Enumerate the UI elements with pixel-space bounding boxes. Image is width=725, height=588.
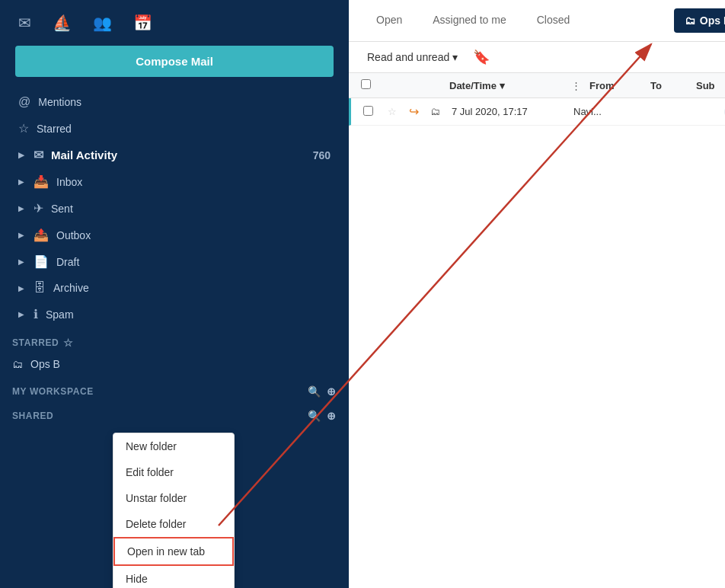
chevron-down-icon: ▾: [452, 51, 458, 63]
mail-activity-icon: ✉: [34, 148, 43, 162]
draft-icon: 📄: [34, 254, 49, 269]
archive-icon: 🗄: [34, 281, 46, 295]
starred-section-label: STARRED: [12, 337, 59, 348]
row-datetime: 7 Jul 2020, 17:17: [452, 106, 573, 117]
sort-icon: ▾: [500, 80, 505, 91]
sidebar-item-inbox[interactable]: ▶ 📥 Inbox: [6, 168, 343, 195]
draft-label: Draft: [56, 256, 79, 268]
sent-icon: ✈: [34, 201, 43, 216]
datetime-label: Date/Time: [449, 80, 497, 91]
starred-section: STARRED ☆: [0, 328, 349, 352]
starred-ops-b[interactable]: 🗂 Ops B: [0, 352, 349, 376]
tab-assigned-to-me[interactable]: Assigned to me: [417, 0, 522, 41]
sidebar-item-draft[interactable]: ▶ 📄 Draft: [6, 248, 343, 275]
expander-icon[interactable]: ▶: [18, 310, 24, 318]
outbox-icon: 📤: [34, 228, 49, 242]
sidebar-item-spam[interactable]: ▶ ℹ Spam: [6, 301, 343, 328]
table-row[interactable]: ☆ ↪ 🗂 7 Jul 2020, 17:17 Navi... 3: [349, 98, 725, 126]
compose-mail-button[interactable]: Compose Mail: [15, 46, 334, 77]
mail-nav-icon[interactable]: ✉: [18, 14, 31, 32]
row-from: Navi...: [573, 106, 634, 117]
ops-b-button[interactable]: 🗂 Ops B: [674, 8, 725, 33]
mentions-icon: @: [18, 95, 30, 109]
row-arrow-col: ↪: [409, 104, 430, 119]
header-datetime[interactable]: Date/Time ▾: [449, 80, 571, 91]
folder-icon: 🗂: [685, 14, 695, 27]
sidebar-item-mail-activity[interactable]: ▶ ✉ Mail Activity 760: [6, 142, 343, 168]
context-menu-new-folder[interactable]: New folder: [113, 433, 234, 459]
select-all-checkbox[interactable]: [361, 79, 371, 89]
expander-icon[interactable]: ▶: [18, 257, 24, 266]
sidebar-menu: @ Mentions ☆ Starred ▶ ✉ Mail Activity 7…: [0, 89, 349, 328]
inbox-icon: 📥: [34, 174, 49, 189]
sidebar-item-mentions[interactable]: @ Mentions: [6, 89, 343, 115]
row-check-col: [363, 106, 388, 118]
sidebar-item-sent[interactable]: ▶ ✈ Sent: [6, 195, 343, 222]
sailboat-nav-icon[interactable]: ⛵: [53, 14, 72, 32]
search-icon[interactable]: 🔍: [308, 385, 321, 398]
calendar-nav-icon[interactable]: 📅: [133, 14, 152, 32]
mentions-label: Mentions: [38, 96, 81, 108]
shared-actions: 🔍 ⊕: [308, 410, 337, 422]
context-menu: New folder Edit folder Unstar folder Del…: [113, 433, 235, 588]
context-menu-open-in-new-tab[interactable]: Open in new tab: [113, 537, 234, 566]
starred-section-star-icon[interactable]: ☆: [63, 337, 74, 349]
ops-b-button-label: Ops B: [700, 14, 725, 27]
header-to: To: [650, 80, 696, 91]
filter-label: Read and unread: [367, 51, 449, 63]
add-icon[interactable]: ⊕: [327, 385, 337, 398]
sidebar-item-archive[interactable]: ▶ 🗄 Archive: [6, 275, 343, 301]
sent-label: Sent: [51, 203, 73, 215]
ops-b-label: Ops B: [30, 358, 60, 370]
my-workspace-actions: 🔍 ⊕: [308, 385, 337, 398]
my-workspace-label: MY WORKSPACE: [12, 386, 94, 397]
starred-icon: ☆: [18, 121, 29, 136]
archive-label: Archive: [53, 282, 89, 294]
row-star-col[interactable]: ☆: [388, 106, 409, 117]
context-menu-edit-folder[interactable]: Edit folder: [113, 459, 234, 485]
my-workspace-section: MY WORKSPACE 🔍 ⊕: [0, 376, 349, 401]
inbox-label: Inbox: [56, 176, 82, 188]
starred-label: Starred: [37, 123, 72, 135]
context-menu-unstar-folder[interactable]: Unstar folder: [113, 485, 234, 511]
header-sub: Sub: [696, 80, 725, 91]
context-menu-hide[interactable]: Hide: [113, 566, 234, 588]
expander-icon[interactable]: ▶: [18, 204, 24, 213]
spam-label: Spam: [46, 308, 74, 321]
header-check-col: [361, 79, 385, 91]
outbox-label: Outbox: [56, 229, 91, 241]
shared-section: SHARED 🔍 ⊕: [0, 401, 349, 425]
main-tab-bar: Open Assigned to me Closed 🗂 Ops B: [349, 0, 725, 42]
tab-open[interactable]: Open: [361, 0, 417, 41]
row-checkbox[interactable]: [363, 106, 373, 116]
mail-activity-badge: 760: [313, 149, 331, 161]
main-content: Open Assigned to me Closed 🗂 Ops B Read …: [349, 0, 725, 588]
tab-closed[interactable]: Closed: [522, 0, 586, 41]
expander-icon[interactable]: ▶: [18, 284, 24, 292]
expander-icon[interactable]: ▶: [18, 151, 24, 159]
sidebar-item-outbox[interactable]: ▶ 📤 Outbox: [6, 222, 343, 248]
sidebar-icon-bar: ✉ ⛵ 👥 📅: [0, 0, 349, 46]
expander-icon[interactable]: ▶: [18, 231, 24, 239]
mail-activity-label: Mail Activity: [51, 149, 117, 161]
shared-label: SHARED: [12, 411, 53, 421]
filter-row: Read and unread ▾ 🔖: [349, 42, 725, 73]
ops-b-folder-icon: 🗂: [12, 358, 23, 370]
read-unread-filter[interactable]: Read and unread ▾: [361, 48, 464, 66]
expander-icon[interactable]: ▶: [18, 177, 24, 186]
bookmark-icon[interactable]: 🔖: [473, 49, 490, 66]
table-header: Date/Time ▾ ⋮ From To Sub: [349, 73, 725, 98]
header-more[interactable]: ⋮: [571, 80, 589, 91]
row-folder-col: 🗂: [430, 106, 452, 117]
spam-icon: ℹ: [34, 307, 38, 321]
people-nav-icon[interactable]: 👥: [93, 14, 112, 32]
search-icon[interactable]: 🔍: [308, 410, 321, 422]
add-icon[interactable]: ⊕: [327, 410, 337, 422]
header-from: From: [589, 80, 650, 91]
sidebar-item-starred[interactable]: ☆ Starred: [6, 115, 343, 142]
context-menu-delete-folder[interactable]: Delete folder: [113, 511, 234, 537]
